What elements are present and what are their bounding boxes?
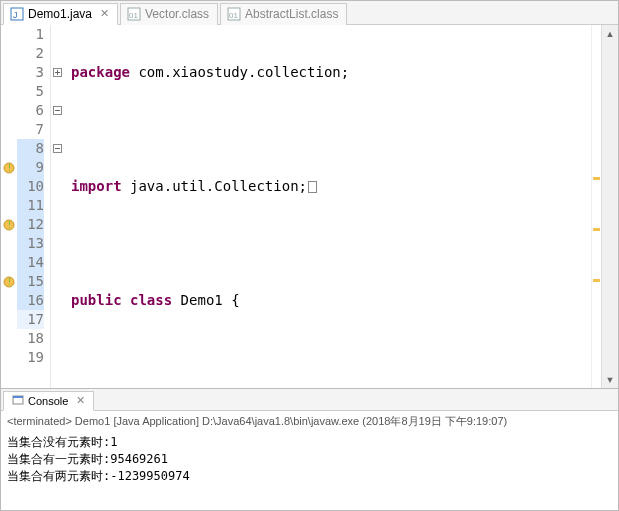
close-icon[interactable]: ✕	[76, 394, 85, 407]
console-output[interactable]: 当集合没有元素时:1 当集合有一元素时:95469261 当集合有两元素时:-1…	[1, 432, 618, 487]
line-number: 12	[17, 215, 44, 234]
svg-text:01: 01	[129, 11, 138, 20]
code-line: package com.xiaostudy.collection;	[71, 63, 591, 82]
warning-icon[interactable]: !	[1, 158, 17, 177]
svg-text:!: !	[7, 164, 12, 173]
code-area[interactable]: package com.xiaostudy.collection; import…	[65, 25, 591, 388]
code-line: public class Demo1 {	[71, 291, 591, 310]
warning-icon[interactable]: !	[1, 215, 17, 234]
svg-text:!: !	[7, 278, 12, 287]
console-line: 当集合没有元素时:1	[7, 435, 117, 449]
line-number: 11	[17, 196, 44, 215]
line-number: 14	[17, 253, 44, 272]
console-line: 当集合有一元素时:95469261	[7, 452, 168, 466]
line-number: 13	[17, 234, 44, 253]
java-file-icon: J	[10, 7, 24, 21]
line-number: 6	[17, 101, 44, 120]
fold-expand-icon[interactable]	[53, 68, 62, 77]
tab-label: Vector.class	[145, 7, 209, 21]
code-editor[interactable]: ! ! ! 1 2 3 5 6 7 8 9 10 11 12 13 14 15 …	[1, 25, 618, 388]
tab-label: AbstractList.class	[245, 7, 338, 21]
line-number: 8	[17, 139, 44, 158]
tab-demo1-java[interactable]: J Demo1.java ✕	[3, 3, 118, 25]
line-number: 16	[17, 291, 44, 310]
scroll-down-icon[interactable]: ▾	[602, 371, 618, 388]
console-launch-header: <terminated> Demo1 [Java Application] D:…	[1, 411, 618, 432]
line-number: 10	[17, 177, 44, 196]
folded-placeholder-icon[interactable]	[308, 181, 317, 193]
code-line	[71, 120, 591, 139]
line-number: 7	[17, 120, 44, 139]
fold-collapse-icon[interactable]	[53, 106, 62, 115]
class-file-icon: 01	[127, 7, 141, 21]
line-number: 9	[17, 158, 44, 177]
svg-text:!: !	[7, 221, 12, 230]
line-number-gutter: 1 2 3 5 6 7 8 9 10 11 12 13 14 15 16 17 …	[17, 25, 51, 388]
console-icon	[12, 394, 24, 408]
tab-vector-class[interactable]: 01 Vector.class	[120, 3, 218, 25]
line-number: 2	[17, 44, 44, 63]
fold-gutter	[51, 25, 65, 388]
marker-ruler: ! ! !	[1, 25, 17, 388]
line-number: 1	[17, 25, 44, 44]
code-line	[71, 234, 591, 253]
svg-text:J: J	[13, 10, 18, 20]
tab-label: Demo1.java	[28, 7, 92, 21]
tab-abstractlist-class[interactable]: 01 AbstractList.class	[220, 3, 347, 25]
svg-text:01: 01	[229, 11, 238, 20]
line-number: 18	[17, 329, 44, 348]
close-icon[interactable]: ✕	[100, 7, 109, 20]
console-tab[interactable]: Console ✕	[3, 391, 94, 411]
code-line	[71, 348, 591, 367]
console-line: 当集合有两元素时:-1239950974	[7, 469, 190, 483]
class-file-icon: 01	[227, 7, 241, 21]
console-tab-label: Console	[28, 395, 68, 407]
scroll-up-icon[interactable]: ▴	[602, 25, 618, 42]
line-number: 17	[17, 310, 44, 329]
line-number: 15	[17, 272, 44, 291]
console-view: Console ✕ <terminated> Demo1 [Java Appli…	[1, 388, 618, 510]
svg-rect-13	[13, 396, 23, 398]
overview-ruler[interactable]	[591, 25, 601, 388]
line-number: 3	[17, 63, 44, 82]
editor-tabbar: J Demo1.java ✕ 01 Vector.class 01 Abstra…	[1, 1, 618, 25]
fold-collapse-icon[interactable]	[53, 144, 62, 153]
vertical-scrollbar[interactable]: ▴ ▾	[601, 25, 618, 388]
console-tabbar: Console ✕	[1, 389, 618, 411]
line-number: 19	[17, 348, 44, 367]
code-line: import java.util.Collection;	[71, 177, 591, 196]
line-number: 5	[17, 82, 44, 101]
warning-icon[interactable]: !	[1, 272, 17, 291]
